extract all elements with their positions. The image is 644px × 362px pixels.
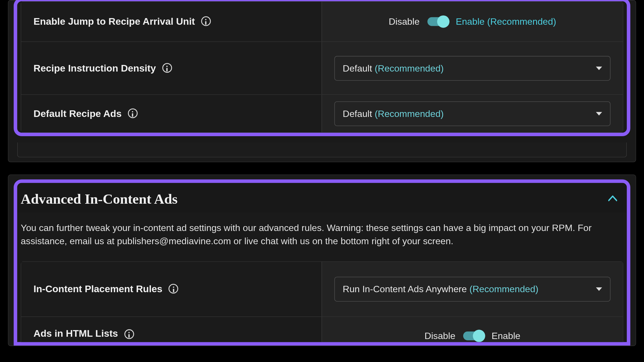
toggle-enable-label: Enable (Recommended) [456, 16, 556, 27]
section-description: You can further tweak your in-content ad… [17, 213, 627, 261]
setting-label: In-Content Placement Rules [34, 283, 162, 295]
toggle-switch[interactable] [463, 332, 484, 340]
dropdown-value: Run In-Content Ads Anywhere [343, 284, 467, 294]
highlighted-advanced-section: Advanced In-Content Ads You can further … [14, 179, 630, 345]
info-icon[interactable] [124, 329, 134, 339]
dropdown-value: Default [343, 63, 372, 73]
panel-bottom-sliver [17, 143, 627, 157]
dropdown-recommended: (Recommended) [467, 284, 538, 294]
info-icon[interactable] [128, 108, 137, 118]
info-icon[interactable] [201, 16, 211, 26]
chevron-up-icon [608, 195, 617, 204]
toggle-ads-html-lists[interactable]: Disable Enable [424, 330, 520, 341]
setting-label: Ads in HTML Lists [34, 328, 118, 339]
dropdown-default-recipe-ads[interactable]: Default (Recommended) [334, 101, 610, 126]
chevron-down-icon [596, 112, 602, 115]
chevron-down-icon [596, 66, 602, 70]
setting-row-jump-to-recipe: Enable Jump to Recipe Arrival Unit Disab… [21, 2, 623, 41]
setting-row-ads-html-lists: Ads in HTML Lists Disable Enable [21, 316, 623, 342]
section-title: Advanced In-Content Ads [21, 191, 178, 207]
setting-label: Enable Jump to Recipe Arrival Unit [34, 16, 195, 27]
setting-row-default-recipe-ads: Default Recipe Ads Default (Recommended) [21, 94, 623, 132]
dropdown-value: Default [343, 108, 372, 118]
dropdown-recommended: (Recommended) [372, 63, 444, 73]
toggle-enable-label: Enable [492, 330, 520, 341]
dropdown-recommended: (Recommended) [372, 108, 444, 118]
toggle-disable-label: Disable [389, 16, 419, 27]
highlighted-settings-top: Enable Jump to Recipe Arrival Unit Disab… [14, 0, 630, 136]
setting-label: Recipe Instruction Density [34, 62, 156, 74]
toggle-switch[interactable] [428, 17, 448, 26]
setting-label: Default Recipe Ads [34, 108, 122, 119]
chevron-down-icon [596, 287, 602, 291]
setting-row-placement-rules: In-Content Placement Rules Run In-Conten… [21, 262, 623, 316]
toggle-disable-label: Disable [424, 330, 455, 341]
dropdown-placement-rules[interactable]: Run In-Content Ads Anywhere (Recommended… [334, 277, 610, 301]
dropdown-instruction-density[interactable]: Default (Recommended) [334, 56, 610, 80]
info-icon[interactable] [168, 284, 178, 294]
setting-row-instruction-density: Recipe Instruction Density Default (Reco… [21, 41, 623, 94]
info-icon[interactable] [162, 63, 172, 73]
section-header-advanced[interactable]: Advanced In-Content Ads [17, 183, 627, 213]
toggle-jump-to-recipe[interactable]: Disable Enable (Recommended) [389, 16, 556, 27]
